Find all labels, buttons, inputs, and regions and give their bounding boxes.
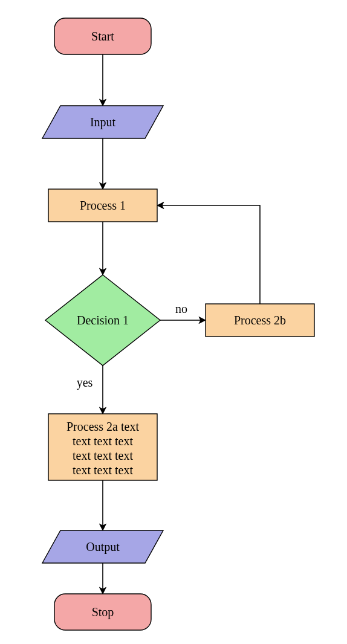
node-input: Input xyxy=(42,106,163,138)
node-proc2b-label: Process 2b xyxy=(234,314,286,327)
node-proc2b: Process 2b xyxy=(206,304,314,336)
node-stop: Stop xyxy=(54,594,151,630)
node-output-label: Output xyxy=(86,540,120,554)
node-proc2a-line2: text text text xyxy=(73,434,133,448)
node-stop-label: Stop xyxy=(92,605,114,619)
node-output: Output xyxy=(42,530,163,563)
edge-label-no: no xyxy=(175,302,187,315)
edge-label-yes: yes xyxy=(77,376,93,390)
node-proc2a-line4: text text text xyxy=(73,463,133,477)
node-proc2a: Process 2a text text text text text text… xyxy=(48,414,157,480)
node-start-label: Start xyxy=(91,30,114,43)
node-proc2a-line3: text text text xyxy=(73,449,133,462)
node-proc1: Process 1 xyxy=(48,189,157,222)
node-proc2a-line1: Process 2a text xyxy=(66,420,139,433)
node-dec1-label: Decision 1 xyxy=(77,314,129,327)
edge-proc2b-proc1 xyxy=(157,205,260,304)
node-dec1: Decision 1 xyxy=(45,275,160,365)
flowchart-diagram: yes no Start Input Process 1 Decision 1 … xyxy=(0,0,347,644)
node-start: Start xyxy=(54,18,151,54)
node-input-label: Input xyxy=(90,115,116,129)
node-proc1-label: Process 1 xyxy=(80,199,126,212)
